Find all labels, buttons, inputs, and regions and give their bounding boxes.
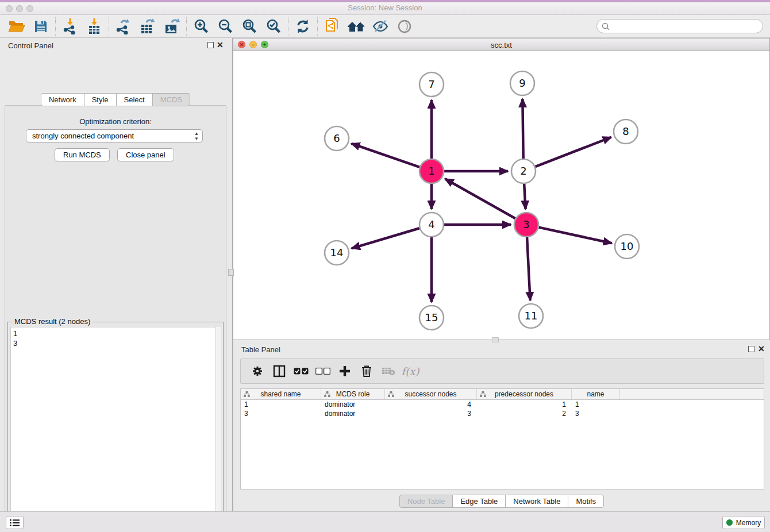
status-bar: Memory — [0, 511, 770, 532]
table-cell[interactable]: 3 — [241, 409, 321, 418]
toolbar-separator — [109, 17, 109, 36]
column-header-successor-nodes[interactable]: successor nodes — [385, 389, 477, 399]
tab-style[interactable]: Style — [84, 93, 117, 106]
memory-status-icon — [726, 519, 733, 526]
column-header-shared-name[interactable]: shared name — [241, 389, 321, 399]
table-panel-title: Table Panel — [241, 345, 280, 354]
first-neighbors-button[interactable] — [344, 17, 368, 36]
main-toolbar — [0, 15, 770, 38]
graph-node-label-3: 3 — [523, 218, 529, 230]
close-table-panel-icon[interactable]: ✕ — [758, 344, 765, 353]
node-table[interactable]: shared nameMCDS rolesuccessor nodesprede… — [240, 388, 764, 489]
graph-edge-3-1[interactable] — [445, 179, 515, 218]
table-cell[interactable]: 1 — [477, 400, 572, 409]
criterion-select[interactable]: strongly connected component ▲▼ — [26, 129, 203, 142]
trash-icon — [361, 365, 372, 377]
table-panel: Table Panel ✕ — [233, 342, 770, 511]
export-network-button[interactable] — [111, 17, 136, 36]
graph-edge-2-9[interactable] — [522, 99, 523, 159]
import-network-icon — [63, 18, 78, 34]
run-mcds-button[interactable]: Run MCDS — [55, 148, 110, 161]
export-image-button[interactable] — [160, 17, 184, 36]
column-header-MCDS-role[interactable]: MCDS role — [321, 389, 385, 399]
criterion-value: strongly connected component — [32, 132, 134, 140]
open-folder-icon — [8, 20, 25, 33]
delete-table-button[interactable] — [378, 361, 399, 381]
horizontal-splitter-handle[interactable] — [492, 337, 499, 342]
delete-column-button[interactable] — [356, 361, 378, 381]
plus-icon — [339, 365, 351, 377]
table-cell[interactable]: 4 — [385, 400, 477, 409]
mcds-result-box: MCDS result (2 nodes) 1 3 — [7, 322, 224, 532]
toolbar-separator — [55, 17, 56, 36]
table-cell[interactable]: 1 — [572, 400, 620, 409]
function-builder-button[interactable]: f(x) — [399, 361, 421, 381]
close-panel-icon[interactable]: ✕ — [217, 40, 224, 49]
hierarchy-icon — [324, 391, 330, 398]
clone-network-button[interactable] — [320, 17, 344, 36]
control-panel-header: Control Panel ✕ — [0, 38, 231, 53]
tab-mcds[interactable]: MCDS — [152, 93, 190, 106]
import-table-button[interactable] — [82, 17, 106, 36]
refresh-icon — [295, 19, 310, 34]
export-table-button[interactable] — [136, 17, 160, 36]
network-view-titlebar: ✕ − + scc.txt — [233, 38, 769, 51]
zoom-selected-button[interactable] — [261, 17, 286, 36]
unselect-all-columns-button[interactable] — [312, 361, 334, 381]
open-session-button[interactable] — [5, 17, 29, 36]
zoom-out-button[interactable] — [213, 17, 237, 36]
window-titlebar: Session: New Session — [0, 0, 770, 15]
graph-edge-4-14[interactable] — [352, 228, 419, 248]
table-cell[interactable]: 2 — [477, 409, 572, 418]
delete-table-icon — [382, 367, 395, 376]
table-cell[interactable]: dominator — [321, 400, 385, 409]
table-cell[interactable]: 1 — [241, 400, 321, 409]
mcds-result-text[interactable]: 1 3 — [10, 327, 216, 532]
import-network-button[interactable] — [58, 17, 82, 36]
zoom-in-button[interactable] — [189, 17, 213, 36]
graph-edge-2-3[interactable] — [524, 184, 525, 209]
table-row[interactable]: 1dominator411 — [241, 400, 764, 409]
tab-select[interactable]: Select — [116, 93, 153, 106]
table-cell[interactable]: 3 — [572, 409, 620, 418]
graph-edge-2-8[interactable] — [536, 137, 611, 167]
hide-selected-button[interactable] — [368, 17, 392, 36]
search-field[interactable] — [596, 19, 763, 33]
column-header-predecessor-nodes[interactable]: predecessor nodes — [477, 389, 572, 399]
refresh-button[interactable] — [291, 17, 315, 36]
close-panel-button[interactable]: Close panel — [117, 148, 174, 161]
search-input[interactable] — [613, 22, 758, 30]
float-panel-icon[interactable] — [207, 42, 214, 48]
create-column-button[interactable] — [334, 361, 356, 381]
show-column-panel-button[interactable] — [268, 361, 290, 381]
column-header-name[interactable]: name — [572, 389, 620, 399]
vertical-splitter-handle[interactable] — [228, 269, 234, 276]
mcds-result-title: MCDS result (2 nodes) — [13, 317, 92, 326]
table-settings-button[interactable] — [247, 361, 268, 381]
show-graphics-details-button[interactable] — [392, 17, 417, 36]
graph-edge-3-11[interactable] — [527, 237, 530, 300]
import-table-icon — [87, 18, 102, 34]
save-session-button[interactable] — [29, 17, 53, 36]
mcds-result-scrollbar[interactable] — [216, 327, 221, 532]
graph-edge-1-6[interactable] — [352, 144, 420, 167]
tab-network[interactable]: Network — [41, 93, 84, 106]
tab-network-table[interactable]: Network Table — [505, 495, 568, 508]
zoom-fit-button[interactable] — [237, 17, 261, 36]
eye-slash-icon — [372, 20, 389, 33]
tab-edge-table[interactable]: Edge Table — [452, 495, 506, 508]
task-history-button[interactable] — [6, 516, 24, 529]
tab-node-table[interactable]: Node Table — [399, 495, 453, 508]
network-canvas[interactable]: 7968124314101511 — [233, 51, 769, 340]
table-row[interactable]: 3dominator323 — [241, 409, 764, 418]
float-table-panel-icon[interactable] — [748, 346, 754, 352]
toolbar-separator — [317, 17, 318, 36]
table-toolbar: f(x) — [240, 358, 764, 384]
table-cell[interactable]: 3 — [385, 409, 477, 418]
table-cell[interactable]: dominator — [321, 409, 385, 418]
memory-button[interactable]: Memory — [722, 516, 765, 529]
select-all-columns-button[interactable] — [290, 361, 312, 381]
graph-edge-3-10[interactable] — [538, 228, 611, 244]
graph-node-label-1: 1 — [428, 165, 434, 177]
tab-motifs[interactable]: Motifs — [568, 495, 604, 508]
